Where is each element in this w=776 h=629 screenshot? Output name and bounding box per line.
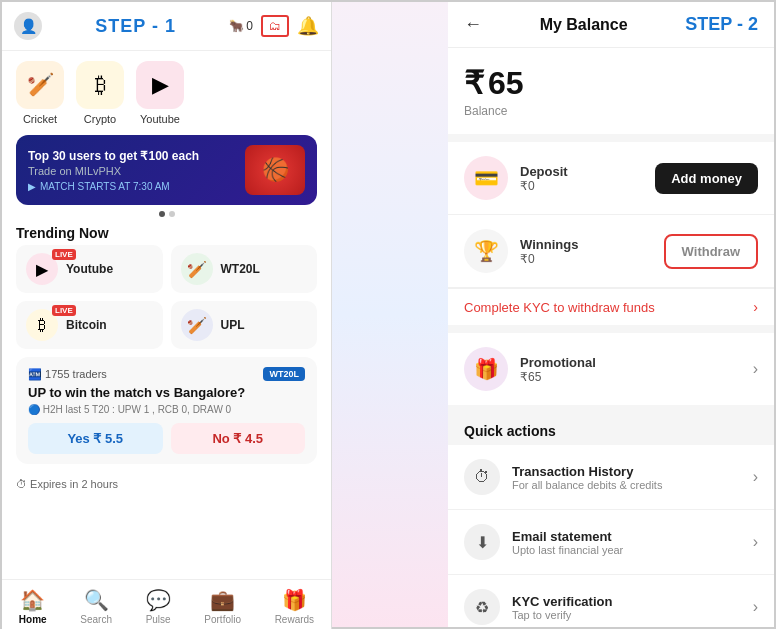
kyc-arrow: ›	[753, 299, 758, 315]
trend-wt20l[interactable]: 🏏 WT20L	[171, 245, 318, 293]
trending-grid: ▶ LIVE Youtube 🏏 WT20L ₿ LIVE Bitcoin 🏏 …	[2, 245, 331, 349]
wallet-button[interactable]: 🗂	[261, 15, 289, 37]
email-info: Email statement Upto last financial year	[512, 529, 741, 556]
banner-image: 🏀	[245, 145, 305, 195]
email-title: Email statement	[512, 529, 741, 544]
home-icon: 🏠	[20, 588, 45, 612]
balance-label: Balance	[464, 104, 758, 118]
balance-value: 65	[488, 65, 524, 102]
category-cricket[interactable]: 🏏 Cricket	[16, 61, 64, 125]
pulse-icon: 💬	[146, 588, 171, 612]
play-icon: ▶	[28, 181, 36, 192]
middle-gradient	[332, 2, 448, 627]
quick-email-statement[interactable]: ⬇ Email statement Upto last financial ye…	[448, 510, 774, 575]
expires-text: ⏱ Expires in 2 hours	[16, 478, 118, 490]
kyc-info: KYC verification Tap to verify	[512, 594, 741, 621]
category-youtube[interactable]: ▶ Youtube	[136, 61, 184, 125]
cricket-label: Cricket	[23, 113, 57, 125]
add-money-button[interactable]: Add money	[655, 163, 758, 194]
withdraw-button[interactable]: Withdraw	[664, 234, 758, 269]
winnings-value: ₹0	[520, 252, 652, 266]
winnings-icon: 🏆	[464, 229, 508, 273]
winnings-card: 🏆 Winnings ₹0 Withdraw	[448, 215, 774, 288]
cricket-icon: 🏏	[16, 61, 64, 109]
crypto-icon: ₿	[76, 61, 124, 109]
transaction-title: Transaction History	[512, 464, 741, 479]
header-icons: 🐂 0 🗂 🔔	[229, 15, 319, 37]
transaction-arrow: ›	[753, 468, 758, 486]
trend-bitcoin[interactable]: ₿ LIVE Bitcoin	[16, 301, 163, 349]
kyc-text: Complete KYC to withdraw funds	[464, 300, 655, 315]
categories: 🏏 Cricket ₿ Crypto ▶ Youtube	[2, 51, 331, 135]
banner-title: Top 30 users to get ₹100 each	[28, 149, 199, 163]
step1-label: STEP - 1	[95, 16, 176, 37]
left-header: 👤 STEP - 1 🐂 0 🗂 🔔	[2, 2, 331, 51]
quick-actions-title: Quick actions	[448, 413, 774, 445]
email-sub: Upto last financial year	[512, 544, 741, 556]
crypto-label: Crypto	[84, 113, 116, 125]
youtube-trend-label: Youtube	[66, 262, 113, 276]
balance-amount: ₹ 65	[464, 64, 758, 102]
trade-question: UP to win the match vs Bangalore?	[28, 385, 305, 400]
right-panel: ← My Balance STEP - 2 ₹ 65 Balance 💳 Dep…	[448, 2, 774, 627]
balance-section: ₹ 65 Balance	[448, 48, 774, 134]
nav-rewards[interactable]: 🎁 Rewards	[275, 588, 314, 625]
rewards-label: Rewards	[275, 614, 314, 625]
search-icon: 🔍	[84, 588, 109, 612]
upl-trend-label: UPL	[221, 318, 245, 332]
quick-transaction-history[interactable]: ⏱ Transaction History For all balance de…	[448, 445, 774, 510]
rewards-icon: 🎁	[282, 588, 307, 612]
nav-home[interactable]: 🏠 Home	[19, 588, 47, 625]
trend-upl[interactable]: 🏏 UPL	[171, 301, 318, 349]
promo-arrow: ›	[753, 360, 758, 378]
transaction-sub: For all balance debits & credits	[512, 479, 741, 491]
promo-title: Promotional	[520, 355, 753, 370]
nav-pulse[interactable]: 💬 Pulse	[146, 588, 171, 625]
trade-card: 🏧 1755 traders WT20L UP to win the match…	[16, 357, 317, 464]
promotional-card[interactable]: 🎁 Promotional ₹65 ›	[448, 333, 774, 405]
bitcoin-trend-label: Bitcoin	[66, 318, 107, 332]
bull-count: 0	[246, 19, 253, 33]
quick-kyc-verification[interactable]: ♻ KYC verification Tap to verify ›	[448, 575, 774, 627]
category-crypto[interactable]: ₿ Crypto	[76, 61, 124, 125]
trending-title: Trending Now	[2, 217, 331, 245]
right-header: ← My Balance STEP - 2	[448, 2, 774, 48]
step2-label: STEP - 2	[685, 14, 758, 35]
deposit-value: ₹0	[520, 179, 643, 193]
deposit-icon: 💳	[464, 156, 508, 200]
email-arrow: ›	[753, 533, 758, 551]
banner-time-text: MATCH STARTS AT 7:30 AM	[40, 181, 170, 192]
avatar[interactable]: 👤	[14, 12, 42, 40]
email-icon: ⬇	[464, 524, 500, 560]
bell-button[interactable]: 🔔	[297, 15, 319, 37]
promo-banner[interactable]: Top 30 users to get ₹100 each Trade on M…	[16, 135, 317, 205]
youtube-icon: ▶	[136, 61, 184, 109]
nav-search[interactable]: 🔍 Search	[80, 588, 112, 625]
right-title: My Balance	[540, 16, 628, 34]
winnings-info: Winnings ₹0	[520, 237, 652, 266]
deposit-info: Deposit ₹0	[520, 164, 643, 193]
nav-portfolio[interactable]: 💼 Portfolio	[204, 588, 241, 625]
kyc-row[interactable]: Complete KYC to withdraw funds ›	[448, 288, 774, 325]
balance-cards: 💳 Deposit ₹0 Add money 🏆 Winnings ₹0 Wit…	[448, 142, 774, 325]
deposit-title: Deposit	[520, 164, 643, 179]
pulse-label: Pulse	[146, 614, 171, 625]
deposit-card: 💳 Deposit ₹0 Add money	[448, 142, 774, 215]
home-label: Home	[19, 614, 47, 625]
live-badge-bitcoin: LIVE	[52, 305, 76, 316]
trend-youtube[interactable]: ▶ LIVE Youtube	[16, 245, 163, 293]
upl-trend-icon: 🏏	[181, 309, 213, 341]
bull-badge: 🐂 0	[229, 19, 253, 33]
yes-button[interactable]: Yes ₹ 5.5	[28, 423, 163, 454]
banner-sub: Trade on MILvPHX	[28, 165, 199, 177]
live-badge-youtube: LIVE	[52, 249, 76, 260]
search-label: Search	[80, 614, 112, 625]
traders-count: 🏧 1755 traders	[28, 368, 107, 381]
currency-symbol: ₹	[464, 64, 484, 102]
no-button[interactable]: No ₹ 4.5	[171, 423, 306, 454]
winnings-title: Winnings	[520, 237, 652, 252]
back-button[interactable]: ←	[464, 14, 482, 35]
portfolio-label: Portfolio	[204, 614, 241, 625]
wallet-icon: 🗂	[269, 19, 281, 33]
promo-info: Promotional ₹65	[520, 355, 753, 384]
